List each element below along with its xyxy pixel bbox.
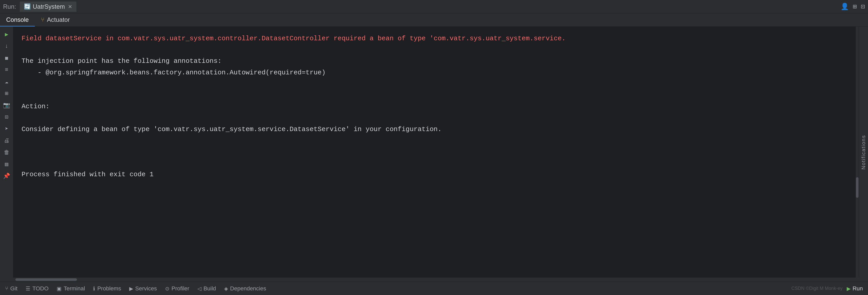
run-play-icon: ▶ [847, 286, 850, 292]
notifications-label: Notifications [861, 135, 866, 170]
error-line1: Field datasetService in com.vatr.sys.uat… [22, 35, 566, 42]
bottom-scrollbar-thumb[interactable] [16, 278, 77, 281]
scrollbar-thumb[interactable] [856, 177, 859, 198]
run-button-bottom[interactable]: ▶ Run [847, 285, 863, 292]
tab-label: UatrSystem [33, 3, 65, 10]
watermark-text: CSDN ©Digit M Monk-ey [791, 286, 842, 291]
tab-actuator[interactable]: ⑂ Actuator [35, 13, 76, 26]
avatar-icon: 👤 [841, 3, 849, 11]
profiler-icon: ⊙ [165, 286, 169, 292]
run-label: Run: [3, 3, 16, 10]
scrollbar-track[interactable] [856, 27, 859, 277]
delete-button[interactable]: 🗑 [2, 147, 12, 157]
build-label: Build [203, 285, 216, 292]
todo-icon: ☰ [26, 286, 30, 292]
blank-line2 [22, 46, 26, 54]
git-button[interactable]: ⑂ Git [5, 285, 18, 292]
terminal-icon: ▣ [57, 286, 62, 292]
annotation-line4: - @org.springframework.beans.factory.ann… [22, 69, 326, 77]
profiler-button[interactable]: ⊙ Profiler [165, 285, 189, 292]
console-output: Field datasetService in com.vatr.sys.uat… [22, 33, 850, 191]
todo-label: TODO [32, 285, 49, 292]
menu-button[interactable]: ≡ [2, 65, 12, 75]
toolbar-tabs: Console ⑂ Actuator [0, 13, 76, 26]
top-right-icons: 👤 ⊞ ⊡ [841, 3, 865, 11]
action-line7: Action: [22, 102, 50, 110]
bottom-scroll-area[interactable] [0, 277, 868, 282]
terminal-label: Terminal [64, 285, 85, 292]
right-sidebar[interactable]: Notifications [859, 27, 868, 277]
dependencies-icon: ◈ [224, 286, 228, 292]
expand-icon: ⊡ [861, 3, 865, 11]
blank-line6 [22, 91, 26, 99]
layers-button[interactable]: ▤ [2, 159, 12, 169]
console-area[interactable]: Field datasetService in com.vatr.sys.uat… [13, 27, 859, 277]
status-bar: ⑂ Git ☰ TODO ▣ Terminal ℹ Problems ▶ Ser… [0, 282, 868, 295]
enter-button[interactable]: ➤ [2, 124, 12, 134]
actuator-tab-label: Actuator [47, 16, 70, 23]
tab-close-icon[interactable]: ✕ [68, 4, 72, 10]
layout-icon: ⊞ [853, 3, 857, 11]
services-label: Services [135, 285, 157, 292]
dependencies-label: Dependencies [230, 285, 266, 292]
top-bar: Run: 🔄 UatrSystem ✕ 👤 ⊞ ⊡ [0, 0, 868, 13]
git-label: Git [10, 285, 18, 292]
run-label-bottom: Run [852, 285, 863, 292]
screenshot-button[interactable]: 📷 [2, 100, 12, 110]
console-tab-label: Console [6, 16, 29, 23]
problems-label: Problems [97, 285, 121, 292]
blank-line8 [22, 114, 26, 122]
services-button[interactable]: ▶ Services [129, 285, 157, 292]
todo-button[interactable]: ☰ TODO [26, 285, 49, 292]
run-tab[interactable]: 🔄 UatrSystem ✕ [20, 2, 76, 12]
build-icon: ◁ [197, 286, 201, 292]
run-button[interactable]: ▶ [2, 29, 12, 39]
stop-button[interactable]: ◼ [2, 53, 12, 63]
toolbar: Console ⑂ Actuator [0, 13, 868, 27]
layout-button[interactable]: ⊞ [2, 88, 12, 98]
pin-button[interactable]: 📌 [2, 171, 12, 181]
tab-run-icon: 🔄 [24, 3, 31, 10]
cloud-button[interactable]: ☁ [2, 77, 12, 87]
exit-code-line13: Process finished with exit code 1 [22, 171, 154, 178]
blank-line12 [22, 159, 26, 167]
blank-line10 [22, 137, 26, 144]
download-button[interactable]: ⊡ [2, 112, 12, 122]
profiler-label: Profiler [172, 285, 189, 292]
problems-icon: ℹ [93, 286, 95, 292]
tab-console[interactable]: Console [0, 13, 35, 26]
scroll-down-button[interactable]: ↓ [2, 41, 12, 51]
blank-line5 [22, 80, 26, 88]
main-area: ▶ ↓ ◼ ≡ ☁ ⊞ 📷 ⊡ ➤ 🖨 🗑 ▤ 📌 Field datasetS… [0, 27, 868, 277]
actuator-icon: ⑂ [41, 17, 44, 23]
status-right: CSDN ©Digit M Monk-ey ▶ Run [791, 285, 863, 292]
git-icon: ⑂ [5, 286, 8, 291]
print-button[interactable]: 🖨 [2, 136, 12, 146]
services-icon: ▶ [129, 286, 133, 292]
terminal-button[interactable]: ▣ Terminal [57, 285, 85, 292]
dependencies-button[interactable]: ◈ Dependencies [224, 285, 266, 292]
build-button[interactable]: ◁ Build [197, 285, 216, 292]
blank-line11 [22, 148, 26, 156]
consider-line9: Consider defining a bean of type 'com.va… [22, 125, 441, 133]
problems-button[interactable]: ℹ Problems [93, 285, 121, 292]
sidebar: ▶ ↓ ◼ ≡ ☁ ⊞ 📷 ⊡ ➤ 🖨 🗑 ▤ 📌 [0, 27, 13, 277]
injection-line3: The injection point has the following an… [22, 57, 222, 65]
